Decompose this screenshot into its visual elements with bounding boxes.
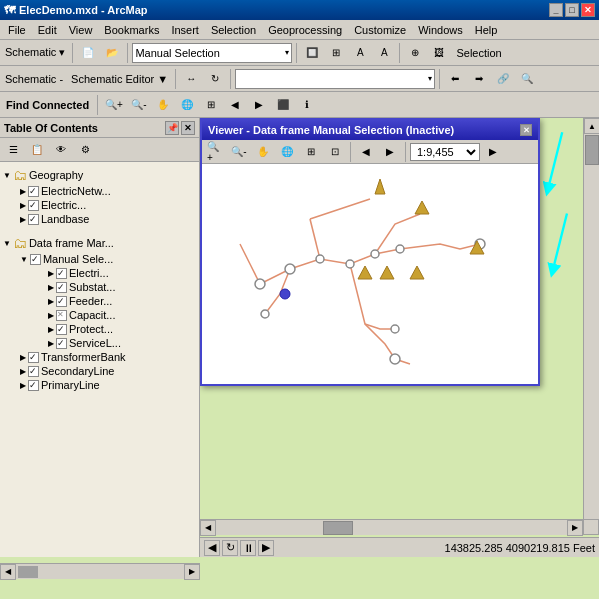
sch-nav-btn1[interactable]: ⬅	[444, 68, 466, 90]
layer-checkbox[interactable]	[30, 254, 41, 265]
close-button[interactable]: ✕	[581, 3, 595, 17]
list-item[interactable]: ▶ Protect...	[46, 322, 197, 336]
select-btn2[interactable]: ⊞	[325, 42, 347, 64]
viewer-scale-select[interactable]: 1:9,455 1:5,000 1:10,000	[410, 143, 480, 161]
viewer-globe[interactable]: 🌐	[276, 143, 298, 161]
extra-btn1[interactable]: ⊕	[404, 42, 426, 64]
sub-checkbox[interactable]	[56, 296, 67, 307]
list-item[interactable]: ▶ PrimaryLine	[18, 378, 197, 392]
viewer-zoom-out[interactable]: 🔍-	[228, 143, 250, 161]
toc-visibility-btn[interactable]: 👁	[50, 139, 72, 161]
layer-checkbox[interactable]	[28, 380, 39, 391]
list-item[interactable]: ▶ SecondaryLine	[18, 364, 197, 378]
map-scrollbar-v[interactable]: ▲ ▼	[583, 118, 599, 535]
sub-checkbox[interactable]	[56, 324, 67, 335]
scroll-right-btn[interactable]: ▶	[567, 520, 583, 536]
layer-checkbox[interactable]	[28, 186, 39, 197]
find-select-btn[interactable]: ⬛	[272, 94, 294, 116]
title-bar-controls[interactable]: _ □ ✕	[549, 3, 595, 17]
menu-windows[interactable]: Windows	[412, 22, 469, 38]
status-pause-icon[interactable]: ⏸	[240, 540, 256, 556]
toc-list-view-btn[interactable]: ☰	[2, 139, 24, 161]
scroll-up-btn[interactable]: ▲	[584, 118, 599, 134]
map-scrollbar-h[interactable]: ◀ ▶	[200, 519, 583, 535]
toc-geography-header[interactable]: ▼ 🗂 Geography	[2, 166, 197, 184]
viewer-next[interactable]: ▶	[482, 143, 504, 161]
schematic-path-dropdown[interactable]: ▾	[235, 69, 435, 89]
find-back-btn[interactable]: ◀	[224, 94, 246, 116]
select-btn3[interactable]: A	[349, 42, 371, 64]
viewer-zoom-in[interactable]: 🔍+	[204, 143, 226, 161]
list-item[interactable]: ▶ ✕ Capacit...	[46, 308, 197, 322]
list-item[interactable]: ▶ ElectricNetw...	[18, 184, 197, 198]
menu-view[interactable]: View	[63, 22, 99, 38]
menu-customize[interactable]: Customize	[348, 22, 412, 38]
list-item[interactable]: ▶ Feeder...	[46, 294, 197, 308]
find-pan-btn[interactable]: ✋	[152, 94, 174, 116]
rotate-tool[interactable]: ↻	[204, 68, 226, 90]
list-item[interactable]: ▶ TransformerBank	[18, 350, 197, 364]
menu-geoprocessing[interactable]: Geoprocessing	[262, 22, 348, 38]
viewer-close-btn[interactable]: ✕	[520, 124, 532, 136]
list-item[interactable]: ▼ Manual Sele...	[18, 252, 197, 266]
move-tool[interactable]: ↔	[180, 68, 202, 90]
status-refresh-icon[interactable]: ↻	[222, 540, 238, 556]
toc-pin-btn[interactable]: 📌	[165, 121, 179, 135]
status-icon1[interactable]: ◀	[204, 540, 220, 556]
maximize-button[interactable]: □	[565, 3, 579, 17]
layer-checkbox[interactable]	[28, 366, 39, 377]
find-identify-btn[interactable]: ℹ	[296, 94, 318, 116]
layer-checkbox[interactable]	[28, 200, 39, 211]
select-btn1[interactable]: 🔲	[301, 42, 323, 64]
scroll-left-btn[interactable]: ◀	[200, 520, 216, 536]
select-btn4[interactable]: A	[373, 42, 395, 64]
toc-close-btn[interactable]: ✕	[181, 121, 195, 135]
toc-source-view-btn[interactable]: 📋	[26, 139, 48, 161]
sch-link-btn[interactable]: 🔗	[492, 68, 514, 90]
sub-checkbox-x[interactable]: ✕	[56, 310, 67, 321]
sub-checkbox[interactable]	[56, 338, 67, 349]
sch-zoom-btn[interactable]: 🔍	[516, 68, 538, 90]
list-item[interactable]: ▶ Landbase	[18, 212, 197, 226]
scroll-thumb-h[interactable]	[323, 521, 353, 535]
extra-btn2[interactable]: 🖼	[428, 42, 450, 64]
menu-insert[interactable]: Insert	[165, 22, 205, 38]
toc-options-btn[interactable]: ⚙	[74, 139, 96, 161]
find-zoom-out-btn[interactable]: 🔍-	[128, 94, 150, 116]
selection-type-dropdown[interactable]: Manual Selection ▾	[132, 43, 292, 63]
schematic-dropdown-btn[interactable]: Schematic ▾	[2, 42, 68, 64]
schematic-editor-btn[interactable]: Schematic Editor ▼	[68, 68, 171, 90]
open-btn[interactable]: 📂	[101, 42, 123, 64]
find-fwd-btn[interactable]: ▶	[248, 94, 270, 116]
minimize-button[interactable]: _	[549, 3, 563, 17]
menu-help[interactable]: Help	[469, 22, 504, 38]
sch-nav-btn2[interactable]: ➡	[468, 68, 490, 90]
menu-selection[interactable]: Selection	[205, 22, 262, 38]
viewer-fwd[interactable]: ▶	[379, 143, 401, 161]
list-item[interactable]: ▶ Electric...	[18, 198, 197, 212]
toc-scroll-right[interactable]: ▶	[184, 564, 200, 580]
viewer-zoom-sel[interactable]: ⊡	[324, 143, 346, 161]
toc-dataframe-header[interactable]: ▼ 🗂 Data frame Mar...	[2, 234, 197, 252]
scroll-thumb-v[interactable]	[585, 135, 599, 165]
find-globe-btn[interactable]: 🌐	[176, 94, 198, 116]
sub-checkbox[interactable]	[56, 268, 67, 279]
schematic-editor-dropdown[interactable]: Schematic -	[2, 68, 66, 90]
layer-checkbox[interactable]	[28, 214, 39, 225]
find-extent-btn[interactable]: ⊞	[200, 94, 222, 116]
viewer-pan[interactable]: ✋	[252, 143, 274, 161]
menu-file[interactable]: File	[2, 22, 32, 38]
toc-scroll-thumb[interactable]	[18, 566, 38, 578]
toc-scroll-left[interactable]: ◀	[0, 564, 16, 580]
sub-checkbox[interactable]	[56, 282, 67, 293]
viewer-back[interactable]: ◀	[355, 143, 377, 161]
find-zoom-in-btn[interactable]: 🔍+	[102, 94, 126, 116]
list-item[interactable]: ▶ Substat...	[46, 280, 197, 294]
layer-checkbox[interactable]	[28, 352, 39, 363]
status-icon4[interactable]: ▶	[258, 540, 274, 556]
list-item[interactable]: ▶ ServiceL...	[46, 336, 197, 350]
menu-bookmarks[interactable]: Bookmarks	[98, 22, 165, 38]
viewer-extent[interactable]: ⊞	[300, 143, 322, 161]
list-item[interactable]: ▶ Electri...	[46, 266, 197, 280]
toc-scrollbar-h[interactable]: ◀ ▶	[0, 563, 200, 579]
